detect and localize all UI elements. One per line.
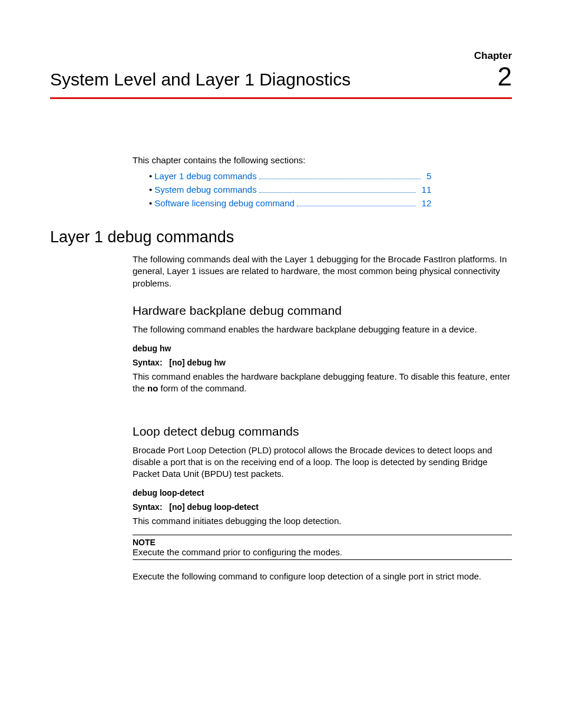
toc-link[interactable]: Layer 1 debug commands bbox=[154, 171, 256, 181]
body-text: The following command enables the hardwa… bbox=[133, 324, 512, 335]
subsection-title: Hardware backplane debug command bbox=[133, 304, 512, 318]
toc-item: • System debug commands 11 bbox=[149, 185, 512, 195]
toc-list: • Layer 1 debug commands 5 • System debu… bbox=[133, 171, 512, 208]
toc-item: • Software licensing debug command 12 bbox=[149, 198, 512, 208]
syntax-line: Syntax: [no] debug hw bbox=[133, 358, 512, 367]
bullet-icon: • bbox=[149, 171, 152, 181]
toc-link[interactable]: Software licensing debug command bbox=[154, 198, 295, 208]
body-text: This command enables the hardware backpl… bbox=[133, 371, 512, 395]
section-intro: The following commands deal with the Lay… bbox=[133, 253, 512, 289]
syntax-line: Syntax: [no] debug loop-detect bbox=[133, 502, 512, 512]
syntax-label: Syntax: bbox=[133, 358, 163, 367]
toc-page[interactable]: 12 bbox=[418, 198, 432, 208]
body-text: This command initiates debugging the loo… bbox=[133, 515, 512, 527]
bullet-icon: • bbox=[149, 185, 152, 195]
text-fragment: form of the command. bbox=[158, 383, 246, 393]
toc-leader bbox=[259, 192, 416, 193]
syntax-text: [no] debug loop-detect bbox=[169, 502, 259, 512]
body-text: Execute the following command to configu… bbox=[133, 571, 512, 582]
body-text: Brocade Port Loop Detection (PLD) protoc… bbox=[133, 444, 512, 480]
note-text: Execute the command prior to configuring… bbox=[133, 547, 512, 557]
text-fragment-bold: no bbox=[147, 383, 158, 393]
note-box: NOTE Execute the command prior to config… bbox=[133, 535, 512, 560]
toc-page[interactable]: 5 bbox=[423, 171, 431, 181]
bullet-icon: • bbox=[149, 198, 152, 208]
toc-item: • Layer 1 debug commands 5 bbox=[149, 171, 512, 181]
command-label: debug hw bbox=[133, 344, 512, 353]
command-label: debug loop-detect bbox=[133, 488, 512, 498]
toc-link[interactable]: System debug commands bbox=[154, 185, 256, 195]
chapter-label: Chapter bbox=[50, 50, 512, 62]
toc-leader bbox=[297, 206, 416, 206]
chapter-rule bbox=[50, 97, 512, 99]
chapter-number: 2 bbox=[498, 62, 512, 91]
chapter-header: Chapter System Level and Layer 1 Diagnos… bbox=[50, 50, 512, 99]
subsection-title: Loop detect debug commands bbox=[133, 424, 512, 439]
syntax-label: Syntax: bbox=[133, 502, 163, 512]
toc-page[interactable]: 11 bbox=[418, 185, 432, 195]
syntax-text: [no] debug hw bbox=[169, 358, 226, 367]
section-title: Layer 1 debug commands bbox=[50, 228, 512, 246]
intro-text: This chapter contains the following sect… bbox=[133, 155, 512, 165]
note-label: NOTE bbox=[133, 538, 512, 547]
chapter-title: System Level and Layer 1 Diagnostics bbox=[50, 70, 351, 90]
toc-leader bbox=[259, 179, 421, 179]
